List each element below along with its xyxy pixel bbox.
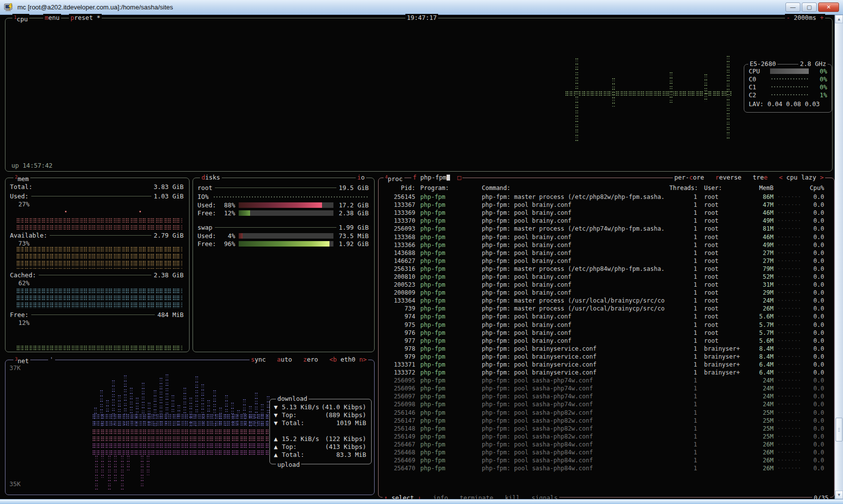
memory-box-title[interactable]: 2mem <box>13 174 30 183</box>
process-row[interactable]: 146627php-fpmphp-fpm: pool brainy.conf1r… <box>379 257 834 265</box>
process-cell-mem: 46M <box>749 234 774 241</box>
process-row[interactable]: 200523php-fpmphp-fpm: pool brainy.conf1r… <box>379 281 834 289</box>
process-cell-prog: php-fpm <box>415 465 482 472</box>
process-cell-user: root <box>697 305 749 312</box>
process-cell-pid: 143688 <box>383 250 415 256</box>
process-cell-prog: php-fpm <box>415 441 482 448</box>
process-row[interactable]: 256468php-fpmphp-fpm: pool sasha-php84w.… <box>379 448 834 456</box>
process-cell-thr: 1 <box>669 217 697 224</box>
cpu-meter-box: E5-2680 2.8 GHz CPU 0% C0 0% C1 0% <box>744 64 832 113</box>
process-row[interactable]: 256469php-fpmphp-fpm: pool sasha-php84w.… <box>379 456 834 464</box>
process-cell-dots: ······· <box>774 298 800 303</box>
process-cell-cmd: php-fpm: pool brainy.conf <box>482 289 669 296</box>
process-row[interactable]: 975php-fpmphp-fpm: pool brainy.conf1root… <box>379 321 834 329</box>
process-cell-cpu: 0.0 <box>800 465 830 472</box>
core1-row: C1 0% <box>749 83 827 90</box>
reverse-toggle[interactable]: reverse <box>715 174 742 181</box>
process-row[interactable]: 256096php-fpmphp-fpm: pool sasha-php74w.… <box>379 384 834 392</box>
mem-free-percent: 12% <box>18 319 30 326</box>
process-row[interactable]: 256095php-fpmphp-fpm: pool sasha-php74w.… <box>379 377 834 384</box>
process-row[interactable]: 256146php-fpmphp-fpm: pool sasha-php82w.… <box>379 409 834 417</box>
process-cell-cpu: 0.0 <box>800 417 830 424</box>
process-row[interactable]: 739php-fpmphp-fpm: master process (/usr/… <box>379 305 834 313</box>
process-cell-user: root <box>697 281 749 288</box>
process-row[interactable]: 143688php-fpmphp-fpm: pool brainy.conf1r… <box>379 249 834 257</box>
sort-prev-button[interactable]: < <box>779 174 783 181</box>
scrollbar-up-icon[interactable]: ▲ <box>835 15 843 23</box>
graph-band <box>92 414 275 428</box>
process-row[interactable]: 979php-fpmphp-fpm: pool brainyservice.co… <box>379 353 834 361</box>
application-window: mc [root@a202.itdeveloper.com.ua]:/home/… <box>0 0 843 504</box>
process-row[interactable]: 133366php-fpmphp-fpm: pool brainy.conf1r… <box>379 241 834 249</box>
process-row[interactable]: 200809php-fpmphp-fpm: pool brainy.conf1r… <box>379 289 834 297</box>
process-row[interactable]: 256097php-fpmphp-fpm: pool sasha-php74w.… <box>379 392 834 400</box>
mem-cached-graph <box>16 288 182 309</box>
process-row[interactable]: 133369php-fpmphp-fpm: pool brainy.conf1r… <box>379 209 834 217</box>
process-row[interactable]: 256149php-fpmphp-fpm: pool sasha-php82w.… <box>379 433 834 441</box>
graph-spike <box>121 455 124 490</box>
process-row[interactable]: 976php-fpmphp-fpm: pool brainy.conf1root… <box>379 329 834 337</box>
process-row[interactable]: 133368php-fpmphp-fpm: pool brainy.conf1r… <box>379 233 834 241</box>
process-box-title[interactable]: 4proc <box>384 174 404 183</box>
scrollbar-thumb[interactable] <box>836 418 843 441</box>
net-stats-panel: download ▼ 5.13 KiB/s(41.0 Kibps) ▼ Top:… <box>269 399 372 464</box>
terminal-scrollbar[interactable]: ▲ ▼ <box>835 15 843 499</box>
process-row[interactable]: 256470php-fpmphp-fpm: pool sasha-php84w.… <box>379 464 834 472</box>
process-row[interactable]: 133372php-fpmphp-fpm: pool brainyservice… <box>379 369 834 377</box>
cpu-box: 1cpu menu preset * 19:47:17 - 2000ms + u… <box>5 18 833 172</box>
process-filter-input[interactable]: f php-fpm □ <box>411 174 462 181</box>
per-core-toggle[interactable]: per-core <box>674 174 704 181</box>
maximize-button[interactable]: ▢ <box>802 2 817 12</box>
graph-spike <box>575 58 579 142</box>
process-cell-pid: 133366 <box>383 242 415 249</box>
process-cell-pid: 200523 <box>383 281 415 288</box>
process-cell-user: root <box>697 337 749 344</box>
close-button[interactable]: ✕ <box>818 2 839 12</box>
process-row[interactable]: 133367php-fpmphp-fpm: pool brainy.conf1r… <box>379 201 834 209</box>
minimize-button[interactable]: — <box>785 2 800 12</box>
process-cell-cmd: php-fpm: pool brainyservice.conf <box>482 361 669 368</box>
disk-swap-used-meter <box>239 233 333 239</box>
process-cell-pid: 133372 <box>383 369 415 376</box>
process-row[interactable]: 256148php-fpmphp-fpm: pool sasha-php82w.… <box>379 425 834 433</box>
process-cell-dots: ······· <box>774 226 800 231</box>
process-cell-prog: php-fpm <box>415 401 482 408</box>
process-row[interactable]: 133364php-fpmphp-fpm: master process (/u… <box>379 297 834 305</box>
process-row[interactable]: 977php-fpmphp-fpm: pool brainy.conf1root… <box>379 337 834 345</box>
process-cell-mem: 46M <box>749 209 774 216</box>
process-cell-prog: php-fpm <box>415 289 482 296</box>
process-row[interactable]: 978php-fpmphp-fpm: pool brainyservice.co… <box>379 345 834 353</box>
process-cell-cmd: php-fpm: pool brainy.conf <box>482 273 669 280</box>
process-row[interactable]: 256316php-fpmphp-fpm: master process (/e… <box>379 265 834 273</box>
process-row[interactable]: 256098php-fpmphp-fpm: pool sasha-php74w.… <box>379 400 834 408</box>
process-row[interactable]: 256093php-fpmphp-fpm: master process (/e… <box>379 225 834 233</box>
sort-next-button[interactable]: > <box>820 174 824 181</box>
process-cell-pid: 133369 <box>383 209 415 216</box>
process-cell-cmd: php-fpm: pool brainyservice.conf <box>482 369 669 376</box>
process-row[interactable]: 256145php-fpmphp-fpm: master process (/e… <box>379 193 834 201</box>
process-cell-dots: ······· <box>774 322 800 327</box>
process-cell-mem: 86M <box>749 193 774 200</box>
network-box: 3net ' sync auto zero <b eth0 n> 37K 35K… <box>5 360 375 495</box>
scrollbar-down-icon[interactable]: ▼ <box>835 491 843 499</box>
process-cell-pid: 256316 <box>383 265 415 272</box>
process-row[interactable]: 133371php-fpmphp-fpm: pool brainyservice… <box>379 361 834 369</box>
process-row[interactable]: 256467php-fpmphp-fpm: pool sasha-php84w.… <box>379 441 834 448</box>
process-cell-mem: 47M <box>749 201 774 208</box>
io-toggle-button[interactable]: io <box>356 174 366 181</box>
cpu-total-meter <box>770 68 809 74</box>
process-row[interactable]: 256147php-fpmphp-fpm: pool sasha-php82w.… <box>379 417 834 425</box>
filter-clear-icon[interactable]: □ <box>457 174 461 181</box>
process-cell-mem: 26M <box>749 449 774 456</box>
process-cell-cpu: 0.0 <box>800 297 830 304</box>
tree-toggle[interactable]: tree <box>753 174 768 181</box>
process-cell-thr: 1 <box>669 201 697 208</box>
process-row[interactable]: 133370php-fpmphp-fpm: pool brainy.conf1r… <box>379 217 834 225</box>
process-cell-pid: 978 <box>383 345 415 352</box>
process-row[interactable]: 974php-fpmphp-fpm: pool brainy.conf1root… <box>379 313 834 320</box>
process-cell-mem: 6.4M <box>749 369 774 376</box>
disks-box-title[interactable]: disks <box>200 174 222 181</box>
process-row[interactable]: 200810php-fpmphp-fpm: pool brainy.conf1r… <box>379 273 834 281</box>
process-cell-user: root <box>697 234 749 241</box>
process-cell-thr: 1 <box>669 361 697 368</box>
